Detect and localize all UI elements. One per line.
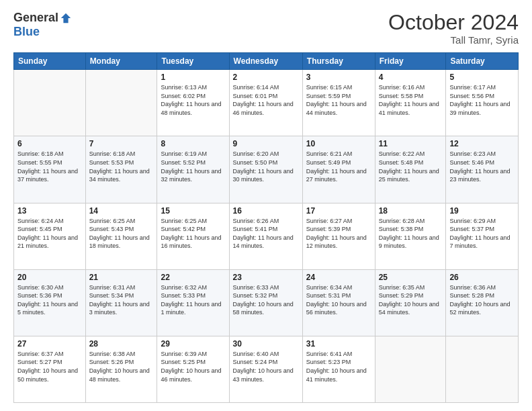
day-info: Sunrise: 6:18 AM Sunset: 5:55 PM Dayligh… — [17, 150, 82, 183]
calendar-cell: 1Sunrise: 6:13 AM Sunset: 6:02 PM Daylig… — [157, 70, 229, 136]
day-info: Sunrise: 6:14 AM Sunset: 6:01 PM Dayligh… — [233, 83, 299, 117]
day-info: Sunrise: 6:18 AM Sunset: 5:53 PM Dayligh… — [89, 150, 154, 183]
day-info: Sunrise: 6:36 AM Sunset: 5:28 PM Dayligh… — [449, 283, 515, 317]
day-number: 11 — [379, 139, 443, 148]
calendar-cell: 25Sunrise: 6:35 AM Sunset: 5:29 PM Dayli… — [375, 269, 446, 336]
calendar-cell — [85, 70, 157, 136]
day-number: 1 — [161, 73, 225, 82]
calendar-cell: 31Sunrise: 6:41 AM Sunset: 5:23 PM Dayli… — [302, 336, 375, 402]
day-info: Sunrise: 6:39 AM Sunset: 5:25 PM Dayligh… — [161, 350, 225, 383]
day-number: 10 — [306, 139, 371, 148]
day-number: 13 — [17, 206, 82, 216]
day-info: Sunrise: 6:29 AM Sunset: 5:37 PM Dayligh… — [449, 217, 515, 250]
day-info: Sunrise: 6:20 AM Sunset: 5:50 PM Dayligh… — [233, 150, 299, 183]
day-number: 30 — [233, 339, 299, 349]
calendar-cell: 18Sunrise: 6:28 AM Sunset: 5:38 PM Dayli… — [375, 203, 446, 269]
calendar-cell: 22Sunrise: 6:32 AM Sunset: 5:33 PM Dayli… — [157, 269, 229, 336]
calendar-cell: 28Sunrise: 6:38 AM Sunset: 5:26 PM Dayli… — [85, 336, 157, 402]
day-number: 3 — [306, 73, 371, 82]
day-info: Sunrise: 6:38 AM Sunset: 5:26 PM Dayligh… — [89, 350, 154, 383]
logo: General Blue — [13, 11, 72, 39]
day-number: 8 — [161, 139, 225, 148]
calendar-cell: 29Sunrise: 6:39 AM Sunset: 5:25 PM Dayli… — [157, 336, 229, 402]
calendar-weekday-thursday: Thursday — [302, 53, 375, 70]
day-number: 16 — [233, 206, 299, 216]
calendar-cell — [375, 336, 446, 402]
day-info: Sunrise: 6:30 AM Sunset: 5:36 PM Dayligh… — [17, 283, 82, 317]
calendar-cell: 14Sunrise: 6:25 AM Sunset: 5:43 PM Dayli… — [85, 203, 157, 269]
calendar-weekday-sunday: Sunday — [14, 53, 86, 70]
day-number: 19 — [449, 206, 515, 216]
calendar-header-row: SundayMondayTuesdayWednesdayThursdayFrid… — [14, 53, 519, 70]
day-info: Sunrise: 6:17 AM Sunset: 5:56 PM Dayligh… — [449, 83, 515, 117]
day-info: Sunrise: 6:34 AM Sunset: 5:31 PM Dayligh… — [306, 283, 371, 317]
calendar-cell: 13Sunrise: 6:24 AM Sunset: 5:45 PM Dayli… — [14, 203, 86, 269]
day-number: 6 — [17, 139, 82, 148]
month-title: October 2024 — [388, 11, 519, 34]
day-number: 14 — [89, 206, 154, 216]
day-number: 17 — [306, 206, 371, 216]
day-number: 5 — [449, 73, 515, 82]
calendar-cell: 19Sunrise: 6:29 AM Sunset: 5:37 PM Dayli… — [446, 203, 519, 269]
logo-blue-text: Blue — [13, 25, 40, 39]
calendar-cell: 4Sunrise: 6:16 AM Sunset: 5:58 PM Daylig… — [375, 70, 446, 136]
calendar-cell: 23Sunrise: 6:33 AM Sunset: 5:32 PM Dayli… — [229, 269, 302, 336]
day-number: 28 — [89, 339, 154, 349]
day-number: 20 — [17, 273, 82, 282]
calendar-cell: 6Sunrise: 6:18 AM Sunset: 5:55 PM Daylig… — [14, 136, 86, 203]
day-info: Sunrise: 6:37 AM Sunset: 5:27 PM Dayligh… — [17, 350, 82, 383]
calendar-table: SundayMondayTuesdayWednesdayThursdayFrid… — [13, 52, 519, 403]
day-number: 2 — [233, 73, 299, 82]
day-number: 29 — [161, 339, 225, 349]
day-info: Sunrise: 6:22 AM Sunset: 5:48 PM Dayligh… — [379, 150, 443, 183]
day-number: 31 — [306, 339, 371, 349]
calendar-cell: 20Sunrise: 6:30 AM Sunset: 5:36 PM Dayli… — [14, 269, 86, 336]
calendar-cell: 26Sunrise: 6:36 AM Sunset: 5:28 PM Dayli… — [446, 269, 519, 336]
calendar-cell: 2Sunrise: 6:14 AM Sunset: 6:01 PM Daylig… — [229, 70, 302, 136]
calendar-cell — [446, 336, 519, 402]
day-number: 27 — [17, 339, 82, 349]
day-info: Sunrise: 6:21 AM Sunset: 5:49 PM Dayligh… — [306, 150, 371, 183]
calendar-weekday-saturday: Saturday — [446, 53, 519, 70]
day-info: Sunrise: 6:19 AM Sunset: 5:52 PM Dayligh… — [161, 150, 225, 183]
calendar-weekday-wednesday: Wednesday — [229, 53, 302, 70]
header-right: October 2024 Tall Tamr, Syria — [388, 11, 519, 46]
page: General Blue October 2024 Tall Tamr, Syr… — [0, 0, 532, 411]
calendar-cell: 24Sunrise: 6:34 AM Sunset: 5:31 PM Dayli… — [302, 269, 375, 336]
calendar-cell: 9Sunrise: 6:20 AM Sunset: 5:50 PM Daylig… — [229, 136, 302, 203]
calendar-week-4: 27Sunrise: 6:37 AM Sunset: 5:27 PM Dayli… — [14, 336, 519, 402]
calendar-weekday-tuesday: Tuesday — [157, 53, 229, 70]
day-number: 12 — [449, 139, 515, 148]
day-info: Sunrise: 6:25 AM Sunset: 5:43 PM Dayligh… — [89, 217, 154, 250]
calendar-cell: 16Sunrise: 6:26 AM Sunset: 5:41 PM Dayli… — [229, 203, 302, 269]
calendar-cell — [14, 70, 86, 136]
calendar-cell: 17Sunrise: 6:27 AM Sunset: 5:39 PM Dayli… — [302, 203, 375, 269]
calendar-week-3: 20Sunrise: 6:30 AM Sunset: 5:36 PM Dayli… — [14, 269, 519, 336]
calendar-week-1: 6Sunrise: 6:18 AM Sunset: 5:55 PM Daylig… — [14, 136, 519, 203]
day-number: 23 — [233, 273, 299, 282]
svg-marker-0 — [61, 13, 71, 22]
day-info: Sunrise: 6:28 AM Sunset: 5:38 PM Dayligh… — [379, 217, 443, 250]
day-info: Sunrise: 6:35 AM Sunset: 5:29 PM Dayligh… — [379, 283, 443, 317]
location: Tall Tamr, Syria — [388, 34, 519, 46]
calendar-weekday-monday: Monday — [85, 53, 157, 70]
day-info: Sunrise: 6:31 AM Sunset: 5:34 PM Dayligh… — [89, 283, 154, 317]
calendar-cell: 21Sunrise: 6:31 AM Sunset: 5:34 PM Dayli… — [85, 269, 157, 336]
calendar-body: 1Sunrise: 6:13 AM Sunset: 6:02 PM Daylig… — [14, 70, 519, 403]
day-info: Sunrise: 6:15 AM Sunset: 5:59 PM Dayligh… — [306, 83, 371, 117]
day-info: Sunrise: 6:16 AM Sunset: 5:58 PM Dayligh… — [379, 83, 443, 117]
day-info: Sunrise: 6:26 AM Sunset: 5:41 PM Dayligh… — [233, 217, 299, 250]
calendar-week-0: 1Sunrise: 6:13 AM Sunset: 6:02 PM Daylig… — [14, 70, 519, 136]
day-number: 9 — [233, 139, 299, 148]
day-number: 22 — [161, 273, 225, 282]
calendar-week-2: 13Sunrise: 6:24 AM Sunset: 5:45 PM Dayli… — [14, 203, 519, 269]
day-number: 24 — [306, 273, 371, 282]
calendar-cell: 10Sunrise: 6:21 AM Sunset: 5:49 PM Dayli… — [302, 136, 375, 203]
day-number: 4 — [379, 73, 443, 82]
day-info: Sunrise: 6:23 AM Sunset: 5:46 PM Dayligh… — [449, 150, 515, 183]
day-info: Sunrise: 6:24 AM Sunset: 5:45 PM Dayligh… — [17, 217, 82, 250]
day-number: 18 — [379, 206, 443, 216]
logo-general-text: General — [13, 11, 58, 25]
calendar-cell: 15Sunrise: 6:25 AM Sunset: 5:42 PM Dayli… — [157, 203, 229, 269]
calendar-cell: 7Sunrise: 6:18 AM Sunset: 5:53 PM Daylig… — [85, 136, 157, 203]
